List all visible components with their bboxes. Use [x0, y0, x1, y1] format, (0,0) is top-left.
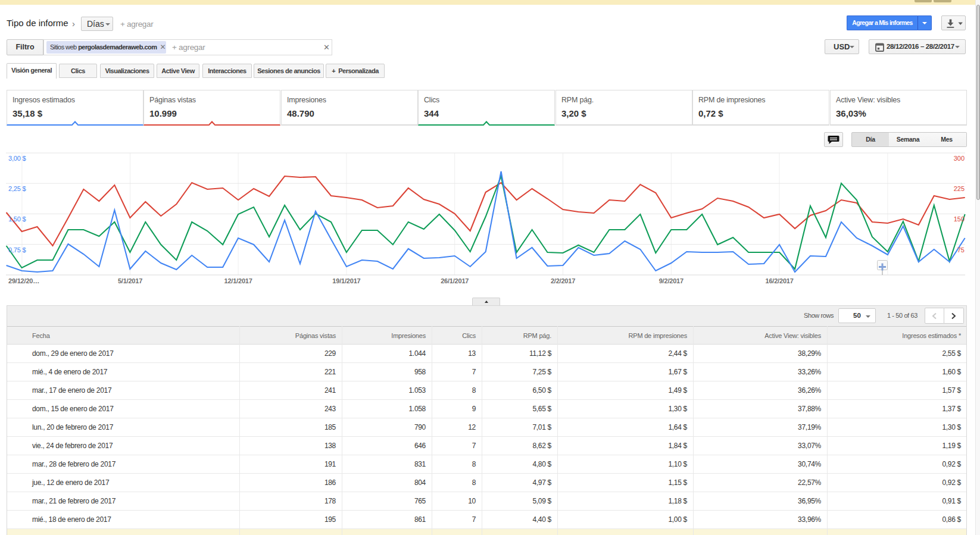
svg-text:2/2/2017: 2/2/2017: [551, 277, 575, 284]
svg-text:0,75 $: 0,75 $: [8, 246, 26, 254]
svg-text:1,50 $: 1,50 $: [8, 215, 26, 223]
svg-text:26/1/2017: 26/1/2017: [441, 277, 469, 284]
svg-text:2,25 $: 2,25 $: [8, 185, 26, 192]
svg-text:300: 300: [954, 155, 965, 162]
svg-text:5/1/2017: 5/1/2017: [118, 277, 142, 284]
svg-text:3,00 $: 3,00 $: [8, 155, 26, 162]
svg-text:225: 225: [954, 185, 965, 192]
svg-text:19/1/2017: 19/1/2017: [332, 277, 360, 284]
svg-text:150: 150: [954, 215, 965, 223]
svg-text:16/2/2017: 16/2/2017: [766, 277, 794, 284]
svg-text:75: 75: [957, 246, 965, 254]
svg-text:12/1/2017: 12/1/2017: [224, 277, 252, 284]
svg-text:9/2/2017: 9/2/2017: [659, 277, 683, 284]
svg-text:29/12/20…: 29/12/20…: [8, 277, 39, 284]
